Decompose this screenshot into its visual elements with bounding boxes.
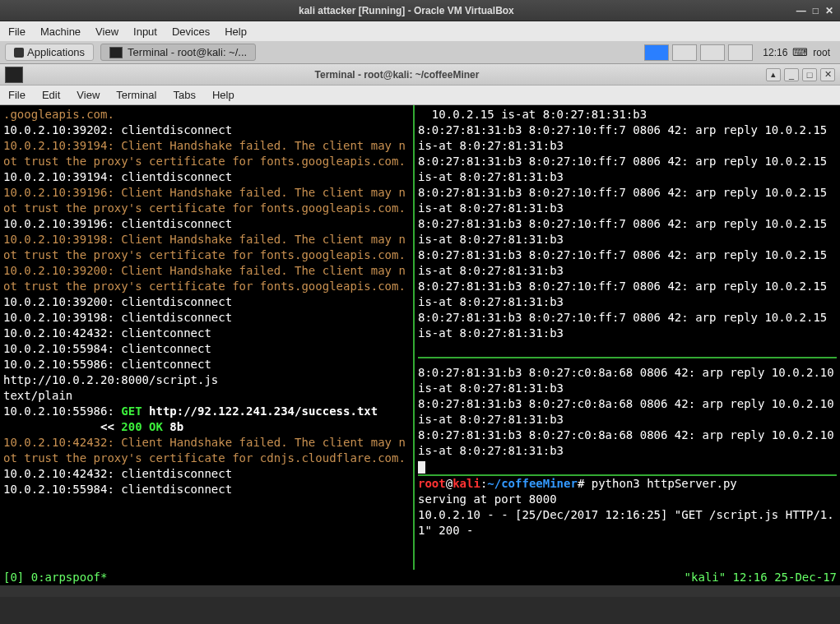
log-line: 8:0:27:81:31:b3 8:0:27:c0:8a:68 0806 42:… <box>418 397 840 426</box>
host-panel: Applications Terminal - root@kali: ~/...… <box>0 41 840 64</box>
log-line: 10.0.2.10:55986: clientconnect <box>3 358 211 371</box>
prompt: root@kali:~/coffeeMiner# <box>418 477 592 490</box>
log-line: 10.0.2.10:55986: GET http://92.122.241.2… <box>3 404 378 418</box>
workspace-2[interactable] <box>672 44 697 61</box>
terminal-icon <box>109 47 123 58</box>
terminal-window-icon <box>5 67 23 83</box>
log-line: http://10.0.2.20:8000/script.js <box>3 373 218 386</box>
log-line: 10.0.2.10:42432: clientconnect <box>3 326 211 340</box>
log-line: 10.0.2.10:39200: clientdisconnect <box>3 295 232 308</box>
tmux-session-window[interactable]: [0] 0:arpspoof* <box>3 570 107 585</box>
log-line: 10.0.2.10:39196: Client Handshake failed… <box>3 186 406 215</box>
terminal-window-controls: ▴ _ □ ✕ <box>766 68 840 81</box>
kali-icon <box>14 48 24 58</box>
pane-right-stack[interactable]: 10.0.2.15 is-at 8:0:27:81:31:b3 8:0:27:8… <box>413 105 840 597</box>
log-line: 8:0:27:81:31:b3 8:0:27:10:ff:7 0806 42: … <box>418 280 834 308</box>
tmux-status-right: "kali" 12:16 25-Dec-17 <box>685 570 837 585</box>
minimize-button[interactable]: _ <box>784 68 799 81</box>
workspace-3[interactable] <box>700 44 725 61</box>
log-line: 10.0.2.15 is-at 8:0:27:81:31:b3 <box>418 108 647 121</box>
close-button[interactable]: ✕ <box>820 68 835 81</box>
term-menu-terminal[interactable]: Terminal <box>116 89 156 101</box>
term-menu-view[interactable]: View <box>77 89 100 101</box>
log-line: 8:0:27:81:31:b3 8:0:27:10:ff:7 0806 42: … <box>418 186 834 215</box>
pane-arpspoof-15[interactable]: 10.0.2.15 is-at 8:0:27:81:31:b3 8:0:27:8… <box>418 107 837 341</box>
log-line: 10.0.2.10:39202: clientdisconnect <box>3 123 232 136</box>
log-line: text/plain <box>3 389 72 402</box>
tray <box>644 44 758 61</box>
panel-user[interactable]: root <box>808 47 835 58</box>
tmux-status-bar: [0] 0:arpspoof* "kali" 12:16 25-Dec-17 <box>0 570 840 585</box>
log-line: 10.0.2.10:42432: Client Handshake failed… <box>3 436 406 465</box>
pane-mitmproxy[interactable]: .googleapis.com. 10.0.2.10:39202: client… <box>0 105 413 597</box>
pane-arpspoof-10[interactable]: 8:0:27:81:31:b3 8:0:27:c0:8a:68 0806 42:… <box>418 365 837 474</box>
log-line: serving at port 8000 <box>418 492 557 506</box>
shade-button[interactable]: ▴ <box>766 68 781 81</box>
log-line: 8:0:27:81:31:b3 8:0:27:10:ff:7 0806 42: … <box>418 248 834 277</box>
menu-input[interactable]: Input <box>133 25 157 38</box>
term-menu-tabs[interactable]: Tabs <box>173 89 195 101</box>
log-line: 10.0.2.10:55984: clientdisconnect <box>3 483 232 496</box>
taskbar-terminal[interactable]: Terminal - root@kali: ~/... <box>100 44 256 61</box>
keyboard-icon[interactable]: ⌨ <box>792 46 808 58</box>
term-menu-edit[interactable]: Edit <box>42 89 60 101</box>
applications-menu[interactable]: Applications <box>5 44 94 61</box>
log-line: 10.0.2.10 - - [25/Dec/2017 12:16:25] "GE… <box>418 508 834 537</box>
log-line: 10.0.2.10:39194: Client Handshake failed… <box>3 139 406 168</box>
log-line: 8:0:27:81:31:b3 8:0:27:10:ff:7 0806 42: … <box>418 155 834 183</box>
term-menu-help[interactable]: Help <box>212 89 234 101</box>
pane-httpserver[interactable]: root@kali:~/coffeeMiner# python3 httpSer… <box>418 476 837 538</box>
log-line: 10.0.2.10:39196: clientdisconnect <box>3 217 232 230</box>
vbox-titlebar: kali attacker [Running] - Oracle VM Virt… <box>0 0 840 21</box>
log-line: 10.0.2.10:39198: Client Handshake failed… <box>3 233 406 261</box>
log-line: 10.0.2.10:39200: Client Handshake failed… <box>3 264 406 293</box>
close-button[interactable]: ✕ <box>825 5 833 16</box>
log-line: .googleapis.com. <box>3 108 114 121</box>
terminal-titlebar: Terminal - root@kali: ~/coffeeMiner ▴ _ … <box>0 64 840 86</box>
log-line: 10.0.2.10:55984: clientconnect <box>3 342 211 355</box>
menu-view[interactable]: View <box>95 25 118 38</box>
log-line: 8:0:27:81:31:b3 8:0:27:10:ff:7 0806 42: … <box>418 217 834 246</box>
menu-help[interactable]: Help <box>225 25 247 38</box>
workspace-1[interactable] <box>644 44 669 61</box>
bottom-gap <box>0 585 840 597</box>
log-line: << 200 OK 8b <box>3 420 183 433</box>
log-line: 8:0:27:81:31:b3 8:0:27:10:ff:7 0806 42: … <box>418 123 834 152</box>
menu-file[interactable]: File <box>8 25 26 38</box>
panel-clock[interactable]: 12:16 <box>758 47 792 58</box>
log-line: 10.0.2.10:39194: clientdisconnect <box>3 170 232 183</box>
terminal-body[interactable]: .googleapis.com. 10.0.2.10:39202: client… <box>0 105 840 597</box>
vbox-menubar: File Machine View Input Devices Help <box>0 21 840 41</box>
log-line: 8:0:27:81:31:b3 8:0:27:10:ff:7 0806 42: … <box>418 311 834 340</box>
workspace-4[interactable] <box>728 44 753 61</box>
vbox-window-controls: — □ ✕ <box>796 5 840 16</box>
terminal-menubar: File Edit View Terminal Tabs Help <box>0 86 840 105</box>
term-menu-file[interactable]: File <box>8 89 26 101</box>
maximize-button[interactable]: □ <box>813 5 819 16</box>
terminal-title: Terminal - root@kali: ~/coffeeMiner <box>28 69 766 81</box>
log-line: 10.0.2.10:39198: clientdisconnect <box>3 311 232 324</box>
log-line: 8:0:27:81:31:b3 8:0:27:c0:8a:68 0806 42:… <box>418 428 840 457</box>
log-line: 8:0:27:81:31:b3 8:0:27:c0:8a:68 0806 42:… <box>418 366 840 395</box>
menu-machine[interactable]: Machine <box>40 25 81 38</box>
menu-devices[interactable]: Devices <box>172 25 210 38</box>
command: python3 httpServer.py <box>592 477 737 490</box>
vbox-title: kali attacker [Running] - Oracle VM Virt… <box>16 5 796 16</box>
log-line: 10.0.2.10:42432: clientdisconnect <box>3 467 232 480</box>
cursor <box>418 461 425 474</box>
minimize-button[interactable]: — <box>796 5 806 16</box>
maximize-button[interactable]: □ <box>802 68 817 81</box>
